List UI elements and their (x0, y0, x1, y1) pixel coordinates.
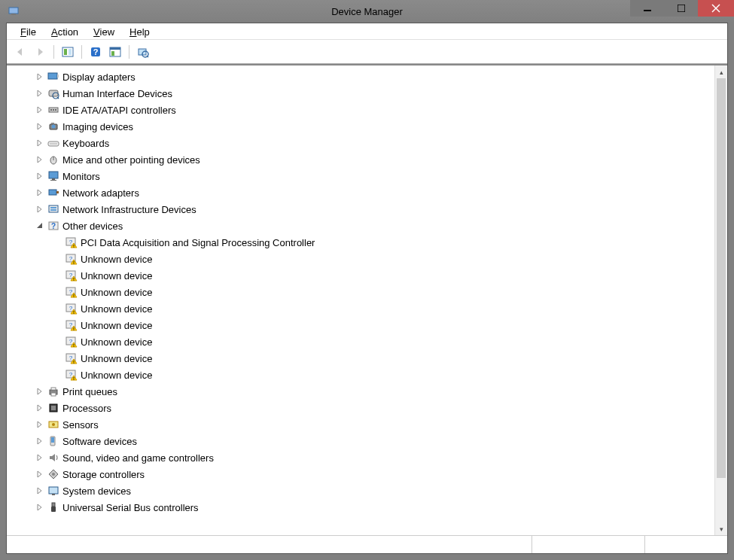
scan-hardware-button[interactable] (134, 43, 152, 61)
device-tree[interactable]: Display adaptersHuman Interface DevicesI… (7, 65, 714, 535)
tree-child-node[interactable]: ?!Unknown device (7, 317, 714, 333)
help-button[interactable]: ? (87, 43, 105, 61)
tree-child-node[interactable]: ?!Unknown device (7, 300, 714, 317)
tree-node-label: Network adapters (62, 187, 139, 199)
tree-child-node[interactable]: ?!Unknown device (7, 284, 714, 300)
menu-view[interactable]: View (86, 25, 122, 39)
tree-node[interactable]: ?Other devices (7, 218, 714, 234)
console-tree-icon (62, 46, 74, 58)
properties-button[interactable] (106, 43, 124, 61)
show-hide-tree-button[interactable] (59, 43, 77, 61)
tree-child-node[interactable]: ?!Unknown device (7, 350, 714, 367)
tree-node[interactable]: IDE ATA/ATAPI controllers (7, 102, 714, 118)
svg-text:!: ! (73, 360, 75, 364)
expand-glyph[interactable] (34, 104, 46, 116)
svg-rect-83 (51, 406, 56, 410)
expand-glyph[interactable] (34, 485, 46, 497)
scroll-track[interactable] (715, 78, 727, 522)
expand-glyph[interactable] (34, 452, 46, 464)
back-button[interactable] (11, 43, 29, 61)
tree-node[interactable]: Print queues (7, 383, 714, 400)
warning-device-icon: ?! (65, 269, 78, 282)
vertical-scrollbar[interactable]: ▴ ▾ (714, 65, 727, 535)
tree-child-label: Unknown device (81, 336, 152, 348)
device-manager-window: Device Manager File Action View Help (0, 0, 734, 560)
display-adapter-icon (47, 71, 59, 83)
expand-glyph[interactable] (34, 468, 46, 480)
tree-node-label: Sensors (62, 419, 99, 431)
expand-glyph[interactable] (34, 187, 46, 199)
minimize-button[interactable] (630, 0, 664, 17)
svg-text:!: ! (73, 244, 75, 248)
tree-child-node[interactable]: ?!Unknown device (7, 267, 714, 284)
close-button[interactable] (698, 0, 734, 17)
tree-node-label: Keyboards (62, 138, 109, 149)
tree-child-node[interactable]: ?!Unknown device (7, 251, 714, 267)
tree-node-label: Mice and other pointing devices (62, 154, 200, 166)
properties-icon (109, 46, 121, 58)
tree-node[interactable]: Display adapters (7, 68, 714, 85)
expand-glyph[interactable] (34, 203, 46, 215)
tree-node[interactable]: Storage controllers (7, 466, 714, 482)
window-body: File Action View Help ? (6, 23, 728, 554)
tree-node[interactable]: System devices (7, 482, 714, 499)
menu-help[interactable]: Help (122, 25, 157, 39)
scroll-up-arrow[interactable]: ▴ (715, 65, 727, 78)
tree-node[interactable]: Human Interface Devices (7, 85, 714, 102)
expand-glyph[interactable] (34, 137, 46, 149)
expand-glyph[interactable] (34, 402, 46, 414)
expand-glyph[interactable] (34, 87, 46, 99)
menubar: File Action View Help (7, 23, 727, 40)
scan-icon (137, 46, 149, 58)
svg-rect-25 (55, 109, 56, 111)
tree-node[interactable]: Imaging devices (7, 118, 714, 135)
collapse-glyph[interactable] (34, 220, 46, 232)
svg-rect-39 (50, 207, 56, 208)
tree-child-node[interactable]: ?!Unknown device (7, 333, 714, 350)
expand-glyph[interactable] (34, 385, 46, 397)
tree-node[interactable]: Network Infrastructure Devices (7, 201, 714, 218)
scroll-thumb[interactable] (717, 78, 726, 478)
tree-node-label: Software devices (62, 436, 137, 447)
svg-rect-80 (51, 388, 56, 390)
tree-node[interactable]: Monitors (7, 168, 714, 184)
mouse-icon (47, 154, 59, 166)
tree-node[interactable]: Universal Serial Bus controllers (7, 499, 714, 516)
menu-file[interactable]: File (13, 25, 44, 39)
expand-glyph[interactable] (34, 120, 46, 132)
tree-node[interactable]: Mice and other pointing devices (7, 151, 714, 168)
tree-node-label: Human Interface Devices (62, 88, 172, 99)
tree-child-node[interactable]: ?!Unknown device (7, 367, 714, 383)
forward-button[interactable] (31, 43, 49, 61)
tree-node[interactable]: Network adapters (7, 184, 714, 201)
status-panel (531, 536, 644, 553)
svg-rect-38 (49, 205, 58, 212)
menu-action[interactable]: Action (44, 25, 86, 39)
svg-rect-35 (50, 180, 56, 181)
svg-rect-18 (57, 75, 59, 78)
scroll-down-arrow[interactable]: ▾ (715, 522, 727, 535)
network-infra-icon (47, 203, 59, 215)
network-icon (47, 187, 59, 199)
titlebar[interactable]: Device Manager (0, 0, 734, 23)
tree-node[interactable]: Software devices (7, 433, 714, 449)
tree-node[interactable]: Sound, video and game controllers (7, 449, 714, 466)
tree-node[interactable]: Sensors (7, 416, 714, 433)
toolbar-separator (129, 45, 129, 59)
tree-node[interactable]: Processors (7, 400, 714, 416)
tree-child-node[interactable]: ?!PCI Data Acquisition and Signal Proces… (7, 234, 714, 251)
tree-node[interactable]: Keyboards (7, 135, 714, 151)
expand-glyph[interactable] (34, 71, 46, 83)
expand-glyph[interactable] (34, 435, 46, 447)
expand-glyph[interactable] (34, 418, 46, 431)
arrow-right-icon (34, 46, 46, 58)
expand-glyph[interactable] (34, 154, 46, 166)
expand-glyph[interactable] (34, 170, 46, 182)
expand-glyph[interactable] (34, 501, 46, 513)
system-icon (47, 485, 59, 497)
toolbar-separator (53, 45, 54, 59)
svg-rect-91 (52, 503, 55, 507)
svg-text:!: ! (73, 277, 75, 282)
maximize-button[interactable] (664, 0, 698, 17)
svg-rect-24 (53, 109, 54, 111)
